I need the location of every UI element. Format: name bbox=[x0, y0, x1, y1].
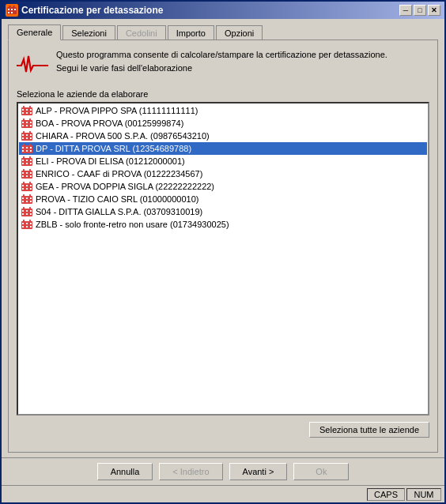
svg-rect-89 bbox=[30, 213, 32, 215]
wave-icon bbox=[17, 48, 48, 80]
svg-rect-37 bbox=[23, 144, 25, 146]
svg-rect-56 bbox=[29, 169, 31, 171]
info-line1: Questo programma consente di calcolare/s… bbox=[56, 48, 387, 62]
list-item[interactable]: GEA - PROVA DOPPIA SIGLA (22222222222) bbox=[19, 180, 427, 193]
svg-rect-63 bbox=[21, 183, 32, 191]
svg-rect-96 bbox=[22, 226, 24, 228]
svg-rect-38 bbox=[29, 144, 31, 146]
list-item[interactable]: ZBLB - solo fronte-retro non usare (0173… bbox=[19, 218, 427, 231]
svg-rect-40 bbox=[26, 147, 28, 149]
company-icon bbox=[21, 156, 33, 167]
svg-rect-47 bbox=[29, 156, 31, 159]
svg-rect-42 bbox=[22, 150, 24, 152]
company-icon bbox=[21, 206, 33, 217]
svg-rect-28 bbox=[23, 131, 25, 134]
svg-rect-65 bbox=[29, 182, 31, 184]
svg-rect-78 bbox=[22, 201, 24, 202]
svg-rect-41 bbox=[30, 147, 32, 149]
company-icon bbox=[21, 130, 33, 141]
svg-rect-18 bbox=[21, 120, 32, 128]
svg-rect-23 bbox=[30, 122, 32, 123]
select-all-button[interactable]: Seleziona tutte le aziende bbox=[309, 422, 429, 438]
info-line2: Segui le varie fasi dell'elaborazione bbox=[56, 62, 387, 75]
tab-importo[interactable]: Importo bbox=[168, 25, 214, 40]
list-item[interactable]: ELI - PROVA DI ELISA (01212000001) bbox=[19, 155, 427, 167]
svg-rect-68 bbox=[30, 185, 32, 186]
svg-rect-90 bbox=[21, 221, 32, 229]
svg-rect-98 bbox=[30, 226, 32, 228]
svg-rect-2 bbox=[13, 6, 15, 8]
minimize-button[interactable]: ─ bbox=[399, 5, 412, 16]
close-button[interactable]: ✕ bbox=[428, 5, 440, 16]
company-icon bbox=[21, 194, 33, 205]
company-icon bbox=[21, 105, 33, 116]
svg-rect-13 bbox=[26, 109, 28, 111]
svg-rect-35 bbox=[30, 137, 32, 139]
svg-rect-44 bbox=[30, 150, 32, 152]
num-indicator: NUM bbox=[406, 488, 441, 501]
svg-rect-27 bbox=[21, 133, 32, 141]
list-item-label: ENRICO - CAAF di PROVA (01222234567) bbox=[36, 169, 202, 179]
select-all-row: Seleziona tutte le aziende bbox=[17, 422, 429, 438]
list-item[interactable]: PROVA - TIZIO CAIO SRL (01000000010) bbox=[19, 193, 427, 205]
tab-generale[interactable]: Generale bbox=[8, 24, 61, 40]
svg-rect-12 bbox=[22, 109, 24, 111]
svg-rect-55 bbox=[23, 169, 25, 171]
list-item-label: DP - DITTA PROVA SRL (12354689788) bbox=[36, 144, 191, 153]
tab-selezioni[interactable]: Selezioni bbox=[62, 25, 115, 40]
avanti-button[interactable]: Avanti > bbox=[229, 463, 288, 480]
list-item[interactable]: CHIARA - PROVA 500 S.P.A. (09876543210) bbox=[19, 130, 427, 142]
company-icon bbox=[21, 181, 33, 192]
maximize-button[interactable]: □ bbox=[414, 5, 426, 16]
list-item[interactable]: ENRICO - CAAF di PROVA (01222234567) bbox=[19, 167, 427, 180]
svg-rect-69 bbox=[22, 188, 24, 190]
list-box-wrapper: ALP - PROVA PIPPO SPA (11111111111) BOA … bbox=[17, 102, 429, 416]
list-item-label: ZBLB - solo fronte-retro non usare (0173… bbox=[36, 220, 229, 229]
svg-rect-86 bbox=[30, 210, 32, 212]
window-icon bbox=[6, 4, 18, 17]
svg-rect-11 bbox=[29, 106, 31, 108]
panel-generale: Questo programma consente di calcolare/s… bbox=[8, 39, 438, 453]
title-bar: Certificazione per detassazione ─ □ ✕ bbox=[2, 2, 444, 19]
svg-rect-66 bbox=[22, 185, 24, 186]
list-item-label: ALP - PROVA PIPPO SPA (11111111111) bbox=[36, 106, 198, 115]
svg-rect-39 bbox=[22, 147, 24, 149]
companies-listbox[interactable]: ALP - PROVA PIPPO SPA (11111111111) BOA … bbox=[17, 102, 429, 416]
svg-rect-36 bbox=[21, 145, 32, 153]
list-item-label: CHIARA - PROVA 500 S.P.A. (09876543210) bbox=[36, 131, 210, 141]
svg-rect-3 bbox=[8, 9, 9, 10]
content-area: Generale Selezioni Cedolini Importo Opzi… bbox=[2, 19, 444, 457]
svg-rect-17 bbox=[30, 112, 32, 114]
svg-rect-53 bbox=[30, 163, 32, 164]
svg-rect-22 bbox=[26, 122, 28, 123]
annulla-button[interactable]: Annulla bbox=[97, 463, 153, 480]
svg-rect-76 bbox=[26, 197, 28, 199]
svg-rect-70 bbox=[26, 188, 28, 190]
title-bar-left: Certificazione per detassazione bbox=[6, 4, 163, 17]
list-item[interactable]: BOA - PROVA PROVA (00125999874) bbox=[19, 117, 427, 130]
svg-rect-60 bbox=[22, 175, 24, 177]
list-item[interactable]: S04 - DITTA GIALLA S.P.A. (03709310019) bbox=[19, 205, 427, 218]
svg-rect-49 bbox=[26, 160, 28, 161]
tab-opzioni[interactable]: Opzioni bbox=[216, 25, 263, 40]
tab-cedolini: Cedolini bbox=[117, 25, 166, 40]
svg-rect-84 bbox=[22, 210, 24, 212]
svg-rect-15 bbox=[22, 112, 24, 114]
svg-rect-20 bbox=[29, 118, 31, 121]
svg-rect-79 bbox=[26, 201, 28, 202]
svg-rect-94 bbox=[26, 223, 28, 224]
svg-rect-71 bbox=[30, 188, 32, 190]
svg-rect-1 bbox=[9, 6, 11, 8]
svg-rect-82 bbox=[23, 207, 25, 209]
window-title: Certificazione per detassazione bbox=[21, 5, 163, 16]
list-item[interactable]: DP - DITTA PROVA SRL (12354689788) bbox=[19, 142, 427, 155]
svg-rect-32 bbox=[30, 134, 32, 136]
company-icon bbox=[21, 219, 33, 230]
company-icon bbox=[21, 118, 33, 129]
svg-rect-92 bbox=[29, 220, 31, 222]
info-section: Questo programma consente di calcolare/s… bbox=[17, 48, 429, 80]
svg-rect-59 bbox=[30, 172, 32, 174]
svg-rect-16 bbox=[26, 112, 28, 114]
svg-rect-34 bbox=[26, 137, 28, 139]
list-item[interactable]: ALP - PROVA PIPPO SPA (11111111111) bbox=[19, 104, 427, 117]
